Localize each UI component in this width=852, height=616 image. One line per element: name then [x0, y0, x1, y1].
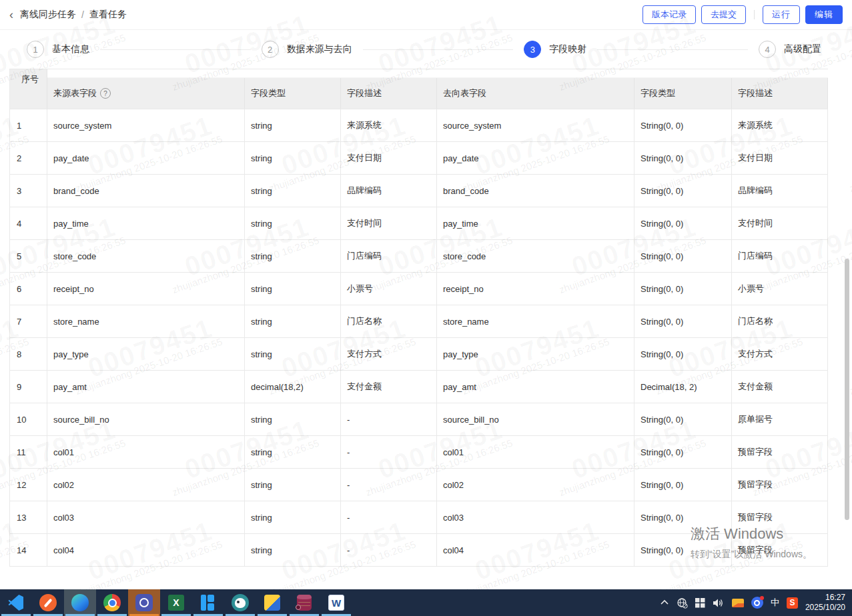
- cell-dst_field: col04: [437, 534, 634, 566]
- cell-dst_type: String(0, 0): [634, 436, 732, 468]
- cell-src_desc: 来源系统: [341, 109, 437, 141]
- vertical-scrollbar[interactable]: [845, 259, 849, 520]
- version-history-button[interactable]: 版本记录: [643, 5, 696, 24]
- cell-src_desc: -: [341, 436, 437, 468]
- cell-src_desc: 支付日期: [341, 142, 437, 174]
- step-source-target[interactable]: 2 数据来源与去向: [262, 41, 352, 58]
- cell-dst_field: source_system: [437, 109, 634, 141]
- cell-src_type: string: [245, 436, 341, 468]
- edge-icon[interactable]: [64, 589, 96, 616]
- watermark-user: zhujianzhong 2025-10-20 16:26:55: [848, 133, 852, 195]
- step-4-circle: 4: [759, 41, 776, 58]
- sogou-icon[interactable]: S: [787, 597, 798, 609]
- step-3-circle: 3: [524, 41, 541, 58]
- table-row: 2pay_datestring支付日期pay_dateString(0, 0)支…: [10, 142, 828, 175]
- table-row: 3brand_codestring品牌编码brand_codeString(0,…: [10, 175, 828, 207]
- cell-src_type: string: [245, 175, 341, 207]
- cell-dst_desc: 支付方式: [732, 338, 828, 370]
- cell-dst_field: receipt_no: [437, 273, 634, 305]
- cell-no: 9: [10, 371, 47, 403]
- cell-dst_field: pay_type: [437, 338, 634, 370]
- cell-src_type: string: [245, 207, 341, 239]
- col-header-target-field: 去向表字段: [437, 78, 634, 109]
- step-field-mapping[interactable]: 3 字段映射: [524, 41, 586, 58]
- cell-dst_type: String(0, 0): [634, 305, 732, 337]
- cell-src_field: source_system: [47, 109, 245, 141]
- excel-icon[interactable]: X: [160, 589, 192, 616]
- cell-src_field: col01: [47, 436, 245, 468]
- cell-src_desc: 门店名称: [341, 305, 437, 337]
- col-header-target-type: 字段类型: [634, 78, 732, 109]
- breadcrumb-item-view: 查看任务: [89, 9, 127, 21]
- cell-no: 13: [10, 501, 47, 533]
- cell-no: 4: [10, 207, 47, 239]
- cell-no: 11: [10, 436, 47, 468]
- help-icon[interactable]: ?: [100, 88, 111, 99]
- pet-app-icon[interactable]: [224, 589, 256, 616]
- messenger-icon[interactable]: [751, 597, 763, 609]
- col-header-label: 来源表字段: [53, 87, 97, 99]
- ime-indicator[interactable]: 中: [771, 597, 779, 609]
- cell-no: 12: [10, 469, 47, 501]
- cell-dst_type: String(0, 0): [634, 175, 732, 207]
- cell-dst_type: String(0, 0): [634, 403, 732, 435]
- step-connector: [597, 49, 748, 50]
- chrome-icon[interactable]: [96, 589, 128, 616]
- word-icon[interactable]: W: [320, 589, 352, 616]
- run-button[interactable]: 运行: [763, 5, 800, 24]
- taskbar-clock[interactable]: 16:27 2025/10/20: [805, 593, 845, 613]
- cell-src_field: store_code: [47, 240, 245, 272]
- cell-src_field: pay_time: [47, 207, 245, 239]
- clock-date: 2025/10/20: [805, 603, 845, 613]
- vscode-icon[interactable]: [0, 589, 32, 616]
- cell-src_field: receipt_no: [47, 273, 245, 305]
- cell-src_field: pay_type: [47, 338, 245, 370]
- submit-button[interactable]: 去提交: [701, 5, 746, 24]
- step-1-circle: 1: [27, 41, 44, 58]
- cell-dst_type: String(0, 0): [634, 501, 732, 533]
- cell-dst_type: String(0, 0): [634, 142, 732, 174]
- cell-dst_type: String(0, 0): [634, 240, 732, 272]
- yellow-app-icon[interactable]: [256, 589, 288, 616]
- cell-dst_field: source_bill_no: [437, 403, 634, 435]
- breadcrumb-item-tasks[interactable]: 离线同步任务: [20, 9, 76, 21]
- cell-src_field: brand_code: [47, 175, 245, 207]
- cell-no: 2: [10, 142, 47, 174]
- cell-dst_field: col03: [437, 501, 634, 533]
- col-header-source-type: 字段类型: [245, 78, 341, 109]
- cell-no: 1: [10, 109, 47, 141]
- cell-dst_type: String(0, 0): [634, 207, 732, 239]
- table-row: 12col02string-col02String(0, 0)预留字段: [10, 469, 828, 501]
- cell-dst_field: pay_amt: [437, 371, 634, 403]
- files-app-icon[interactable]: [192, 589, 224, 616]
- cell-dst_field: col02: [437, 469, 634, 501]
- cell-dst_field: store_code: [437, 240, 634, 272]
- edit-button[interactable]: 编辑: [805, 5, 843, 24]
- col-header-source-field: 来源表字段 ?: [47, 78, 245, 109]
- mail-icon[interactable]: [732, 599, 744, 607]
- volume-icon[interactable]: [713, 598, 725, 608]
- task-view-icon[interactable]: [695, 598, 705, 608]
- cell-dst_desc: 品牌编码: [732, 175, 828, 207]
- cell-dst_desc: 预留字段: [732, 501, 828, 533]
- database-tool-icon[interactable]: [288, 589, 320, 616]
- cell-dst_desc: 支付金额: [732, 371, 828, 403]
- cell-src_type: string: [245, 403, 341, 435]
- cell-src_desc: -: [341, 501, 437, 533]
- cell-src_type: string: [245, 534, 341, 566]
- step-2-label: 数据来源与去向: [287, 43, 352, 55]
- orange-editor-icon[interactable]: [32, 589, 64, 616]
- tray-expand-icon[interactable]: [660, 599, 669, 606]
- cell-dst_type: Decimal(18, 2): [634, 371, 732, 403]
- cell-no: 7: [10, 305, 47, 337]
- field-mapping-table: 序号 来源表字段 ? 字段类型 字段描述 去向表字段 字段类型 字段描述 1so…: [9, 69, 828, 567]
- table-header: 序号 来源表字段 ? 字段类型 字段描述 去向表字段 字段类型 字段描述: [10, 69, 828, 109]
- network-icon[interactable]: [677, 597, 688, 609]
- back-chevron-icon[interactable]: ‹: [9, 9, 13, 21]
- step-basic-info[interactable]: 1 基本信息: [27, 41, 89, 58]
- sync-app-icon[interactable]: [128, 589, 160, 616]
- taskbar-apps: X W: [0, 589, 352, 616]
- step-advanced-config[interactable]: 4 高级配置: [759, 41, 821, 58]
- table-row: 1source_systemstring来源系统source_systemStr…: [10, 109, 828, 142]
- cell-src_desc: 小票号: [341, 273, 437, 305]
